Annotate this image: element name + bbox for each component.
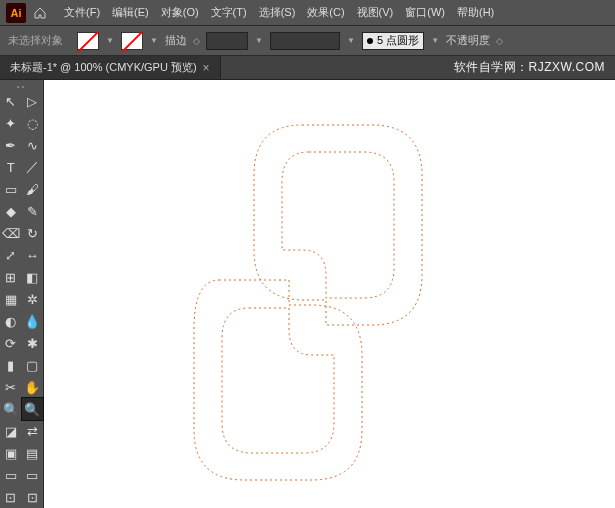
color-tool[interactable]: ▣ bbox=[0, 442, 22, 464]
chevron-down-icon[interactable]: ▼ bbox=[346, 36, 356, 46]
column-graph-tool[interactable]: ▮ bbox=[0, 354, 22, 376]
chevron-down-icon[interactable]: ▼ bbox=[430, 36, 440, 46]
opacity-caret-icon[interactable]: ◇ bbox=[496, 36, 503, 46]
zoom2-tool[interactable]: 🔍 bbox=[22, 398, 44, 420]
symbol-sprayer-tool[interactable]: ✱ bbox=[22, 332, 44, 354]
menu-item[interactable]: 窗口(W) bbox=[399, 2, 451, 23]
document-tab[interactable]: 未标题-1* @ 100% (CMYK/GPU 预览) × bbox=[0, 56, 221, 79]
lasso-tool[interactable]: ◌ bbox=[22, 112, 44, 134]
pencil-tool[interactable]: ✎ bbox=[22, 200, 44, 222]
shape-builder-tool[interactable]: ◧ bbox=[22, 266, 44, 288]
menu-bar: Ai 文件(F)编辑(E)对象(O)文字(T)选择(S)效果(C)视图(V)窗口… bbox=[0, 0, 615, 26]
menu-item[interactable]: 效果(C) bbox=[301, 2, 350, 23]
stroke-label: 描边 bbox=[165, 33, 187, 48]
toolbox: •• ↖▷✦◌✒∿T／▭🖌◆✎⌫↻⤢↔⊞◧▦✲◐💧⟳✱▮▢✂✋🔍🔍◪⇄▣▤▭▭⊡… bbox=[0, 80, 44, 508]
magic-wand-tool[interactable]: ✦ bbox=[0, 112, 22, 134]
home-icon[interactable] bbox=[32, 5, 48, 21]
eraser-tool[interactable]: ⌫ bbox=[0, 222, 22, 244]
chevron-down-icon[interactable]: ▼ bbox=[105, 36, 115, 46]
menu-item[interactable]: 帮助(H) bbox=[451, 2, 500, 23]
panel-grip-icon[interactable]: •• bbox=[0, 82, 43, 90]
width-tool[interactable]: ↔ bbox=[22, 244, 44, 266]
artboard-tool[interactable]: ▢ bbox=[22, 354, 44, 376]
eyedropper-tool[interactable]: 💧 bbox=[22, 310, 44, 332]
line-tool[interactable]: ／ bbox=[22, 156, 44, 178]
profile-dropdown[interactable] bbox=[270, 32, 340, 50]
menu-item[interactable]: 对象(O) bbox=[155, 2, 205, 23]
watermark-text: 软件自学网：RJZXW.COM bbox=[454, 59, 616, 76]
workspace: •• ↖▷✦◌✒∿T／▭🖌◆✎⌫↻⤢↔⊞◧▦✲◐💧⟳✱▮▢✂✋🔍🔍◪⇄▣▤▭▭⊡… bbox=[0, 80, 615, 508]
tab-title: 未标题-1* @ 100% (CMYK/GPU 预览) bbox=[10, 60, 197, 75]
control-bar: 未选择对象 ▼ ▼ 描边 ◇ ▼ ▼ 5 点圆形 ▼ 不透明度 ◇ bbox=[0, 26, 615, 56]
canvas-area bbox=[44, 80, 615, 508]
canvas[interactable] bbox=[44, 80, 615, 508]
menu-item[interactable]: 文件(F) bbox=[58, 2, 106, 23]
blend-tool[interactable]: ⟳ bbox=[0, 332, 22, 354]
chevron-down-icon[interactable]: ▼ bbox=[254, 36, 264, 46]
hand-tool[interactable]: ✋ bbox=[22, 376, 44, 398]
zoom-tool[interactable]: 🔍 bbox=[0, 398, 22, 420]
chevron-down-icon[interactable]: ▼ bbox=[149, 36, 159, 46]
selection-tool[interactable]: ↖ bbox=[0, 90, 22, 112]
direct-selection-tool[interactable]: ▷ bbox=[22, 90, 44, 112]
close-icon[interactable]: × bbox=[203, 61, 210, 75]
menu-item[interactable]: 选择(S) bbox=[253, 2, 302, 23]
tab-bar: 未标题-1* @ 100% (CMYK/GPU 预览) × 软件自学网：RJZX… bbox=[0, 56, 615, 80]
stroke-swatch[interactable] bbox=[121, 32, 143, 50]
screen-tool[interactable]: ▭ bbox=[0, 464, 22, 486]
menu-items: 文件(F)编辑(E)对象(O)文字(T)选择(S)效果(C)视图(V)窗口(W)… bbox=[58, 2, 500, 23]
swap-tool[interactable]: ⇄ bbox=[22, 420, 44, 442]
edit2-tool[interactable]: ⊡ bbox=[22, 486, 44, 508]
shaper-tool[interactable]: ◆ bbox=[0, 200, 22, 222]
gradient-tool[interactable]: ◐ bbox=[0, 310, 22, 332]
brush-dot-icon bbox=[367, 38, 373, 44]
gradient2-tool[interactable]: ▤ bbox=[22, 442, 44, 464]
screen2-tool[interactable]: ▭ bbox=[22, 464, 44, 486]
scale-tool[interactable]: ⤢ bbox=[0, 244, 22, 266]
rotate-tool[interactable]: ↻ bbox=[22, 222, 44, 244]
pen-tool[interactable]: ✒ bbox=[0, 134, 22, 156]
brush-preset[interactable]: 5 点圆形 bbox=[362, 32, 424, 50]
rectangle-tool[interactable]: ▭ bbox=[0, 178, 22, 200]
selection-status: 未选择对象 bbox=[8, 33, 63, 48]
menu-item[interactable]: 视图(V) bbox=[351, 2, 400, 23]
opacity-label: 不透明度 bbox=[446, 33, 490, 48]
menu-item[interactable]: 文字(T) bbox=[205, 2, 253, 23]
fill-stroke-tool[interactable]: ◪ bbox=[0, 420, 22, 442]
menu-item[interactable]: 编辑(E) bbox=[106, 2, 155, 23]
app-logo: Ai bbox=[6, 3, 26, 23]
type-tool[interactable]: T bbox=[0, 156, 22, 178]
caret-icon[interactable]: ◇ bbox=[193, 36, 200, 46]
mesh-tool[interactable]: ✲ bbox=[22, 288, 44, 310]
brush-label: 5 点圆形 bbox=[377, 33, 419, 48]
perspective-tool[interactable]: ▦ bbox=[0, 288, 22, 310]
fill-swatch[interactable] bbox=[77, 32, 99, 50]
free-transform-tool[interactable]: ⊞ bbox=[0, 266, 22, 288]
slice-tool[interactable]: ✂ bbox=[0, 376, 22, 398]
edit-tool[interactable]: ⊡ bbox=[0, 486, 22, 508]
stroke-weight-input[interactable] bbox=[206, 32, 248, 50]
curvature-tool[interactable]: ∿ bbox=[22, 134, 44, 156]
brush-tool[interactable]: 🖌 bbox=[22, 178, 44, 200]
